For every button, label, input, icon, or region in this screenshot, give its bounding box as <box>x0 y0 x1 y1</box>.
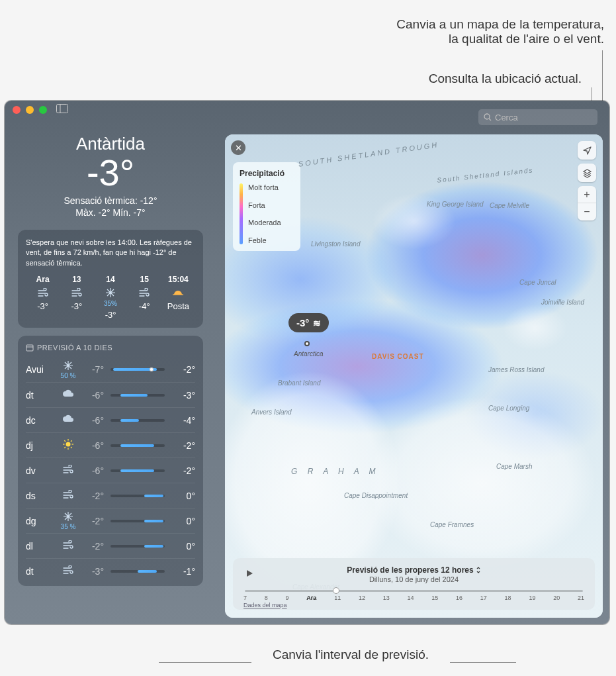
map-layers-button[interactable] <box>578 164 596 182</box>
temp-range-bar <box>110 444 165 447</box>
leader-line <box>159 662 251 663</box>
annotation-interval: Canvia l'interval de previsió. <box>251 648 450 662</box>
day-row[interactable]: dl-2°0° <box>26 533 195 558</box>
timeline-tick: 9 <box>286 595 289 601</box>
hour-column: 15-4° <box>128 275 161 320</box>
tenday-card[interactable]: PREVISIÓ A 10 DIES Avui50 %-7°-2°dt-6°-3… <box>18 336 203 586</box>
day-row[interactable]: dg35 %-2°0° <box>26 508 195 533</box>
timeline-tick: 12 <box>359 595 365 601</box>
updown-chevron-icon <box>476 567 481 573</box>
svg-line-12 <box>64 440 66 442</box>
zoom-in-button[interactable]: + <box>578 186 596 203</box>
leader-line <box>450 662 516 663</box>
legend-gradient <box>240 183 243 244</box>
timeline-play-button[interactable] <box>242 566 257 581</box>
timeline-tick: 19 <box>529 595 535 601</box>
day-precip-pct: 50 % <box>56 373 80 379</box>
zoom-out-button[interactable]: − <box>578 203 596 220</box>
hourly-card[interactable]: S'espera que nevi sobre les 14:00. Les r… <box>18 230 203 328</box>
day-name: dg <box>26 516 56 526</box>
svg-rect-5 <box>26 345 33 351</box>
temp-range-bar <box>110 495 165 497</box>
map-label: James Ross Island <box>488 366 544 373</box>
close-window-button[interactable] <box>13 106 21 114</box>
fullscreen-window-button[interactable] <box>39 106 47 114</box>
svg-point-2 <box>484 114 490 119</box>
svg-line-15 <box>64 447 66 448</box>
annotation-location: Consulta la ubicació actual. <box>429 72 582 86</box>
map-label: Brabant Island <box>278 379 321 387</box>
weather-window: Cerca Antàrtida -3° Sensació tèrmica: -1… <box>5 101 609 624</box>
sidebar-toggle-button[interactable] <box>56 104 68 116</box>
search-input[interactable]: Cerca <box>478 109 597 125</box>
day-low: -3° <box>80 566 104 577</box>
feels-like: Sensació tèrmica: -12° <box>18 195 203 206</box>
day-precip-pct: 35 % <box>56 524 80 530</box>
timeline-tick: 20 <box>553 595 560 601</box>
traffic-lights <box>13 106 47 114</box>
timeline-tick: 7 <box>243 595 247 601</box>
day-row[interactable]: dj-6°-2° <box>26 432 195 458</box>
wind-icon <box>56 540 80 552</box>
timeline-thumb[interactable] <box>333 587 339 594</box>
timeline-ticks: 789Ara1112131415161718192021 <box>242 595 586 601</box>
wind-icon <box>56 465 80 476</box>
map-panel[interactable]: ✕ Precipitació Molt forta Forta Moderada… <box>225 134 603 618</box>
play-icon <box>245 569 254 578</box>
cloud-icon <box>56 389 80 401</box>
map-label: Cape Juncal <box>519 279 556 286</box>
wind-icon <box>60 287 93 299</box>
svg-line-13 <box>71 447 72 448</box>
layers-icon <box>582 168 592 178</box>
day-name: dc <box>26 415 56 426</box>
map-label: Livingston Island <box>311 240 361 248</box>
temp-range-bar <box>110 520 165 522</box>
marker-pin <box>304 341 310 346</box>
day-row[interactable]: ds-2°0° <box>26 483 195 508</box>
sun-icon <box>56 439 80 452</box>
map-marker[interactable]: -3° <box>288 313 329 332</box>
hour-time: Ara <box>26 275 60 284</box>
day-high: 0° <box>171 491 195 501</box>
minimize-window-button[interactable] <box>26 106 34 114</box>
day-high: -2° <box>171 440 195 451</box>
hour-time: 15 <box>128 275 161 284</box>
day-high: 0° <box>171 516 195 526</box>
day-row[interactable]: dt-3°-1° <box>26 558 195 583</box>
wind-icon <box>56 490 80 501</box>
day-name: dv <box>26 465 56 476</box>
hour-time: 15:04 <box>161 275 195 284</box>
day-name: ds <box>26 491 56 501</box>
map-label: Cape Marsh <box>496 463 532 470</box>
day-low: -2° <box>80 541 104 552</box>
day-row[interactable]: Avui50 %-7°-2° <box>26 357 195 382</box>
left-panel: Antàrtida -3° Sensació tèrmica: -12° Màx… <box>5 121 216 607</box>
wind-icon <box>26 287 60 299</box>
timeline-tick: Ara <box>306 595 316 601</box>
cloud-icon <box>56 414 80 426</box>
map-label: Cape Melville <box>490 202 529 209</box>
day-row[interactable]: dc-6°-4° <box>26 407 195 432</box>
high-low: Màx. -2° Mín. -7° <box>18 207 203 218</box>
hour-time: 13 <box>60 275 93 284</box>
legend-title: Precipitació <box>240 169 294 178</box>
timeline-tick: 8 <box>265 595 268 601</box>
day-low: -7° <box>80 364 104 375</box>
hour-temp: -3° <box>93 310 127 320</box>
day-row[interactable]: dt-6°-3° <box>26 382 195 407</box>
timeline-slider[interactable] <box>245 590 583 592</box>
day-name: Avui <box>26 364 56 375</box>
hour-time: 14 <box>93 275 127 284</box>
hour-column: 1435%-3° <box>93 275 127 320</box>
day-name: dt <box>26 566 56 577</box>
day-row[interactable]: dv-6°-2° <box>26 458 195 483</box>
forecast-interval-selector[interactable]: Previsió de les properes 12 hores <box>347 565 480 575</box>
hour-temp: -3° <box>60 301 93 311</box>
timeline-tick: 15 <box>431 595 438 601</box>
map-close-button[interactable]: ✕ <box>231 140 245 155</box>
tenday-header: PREVISIÓ A 10 DIES <box>26 344 195 352</box>
map-credits-link[interactable]: Dades del mapa <box>243 602 287 608</box>
day-low: -6° <box>80 390 104 401</box>
current-location-button[interactable] <box>578 141 596 160</box>
timeline-tick: 14 <box>407 595 414 601</box>
